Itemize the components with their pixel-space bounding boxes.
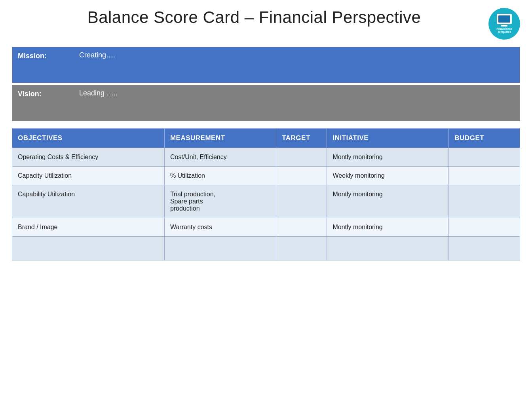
empty-cell — [449, 237, 520, 260]
scorecard-table: OBJECTIVES MEASUREMENT TARGET INITIATIVE… — [12, 128, 520, 260]
cell-initiative: Weekly monitoring — [327, 167, 449, 185]
mission-row: Mission: Creating…. — [12, 47, 520, 83]
table-row: Capability Utilization Trial production,… — [12, 185, 520, 218]
table-row: Operating Costs & Efficiency Cost/Unit, … — [12, 148, 520, 167]
logo: AllBusinessTemplates — [488, 8, 520, 40]
cell-budget — [449, 185, 520, 218]
vision-value: Leading ….. — [79, 89, 118, 97]
logo-screen-icon — [497, 14, 512, 24]
col-header-budget: BUDGET — [449, 129, 520, 148]
cell-target — [276, 148, 327, 167]
cell-target — [276, 185, 327, 218]
cell-budget — [449, 148, 520, 167]
mission-value: Creating…. — [79, 51, 115, 59]
table-row: Capacity Utilization % Utilization Weekl… — [12, 167, 520, 185]
page-header: Balance Score Card – Financial Perspecti… — [12, 8, 520, 40]
cell-initiative: Montly monitoring — [327, 148, 449, 167]
cell-measurement: Cost/Unit, Efficiency — [164, 148, 276, 167]
logo-text: AllBusinessTemplates — [496, 27, 512, 34]
col-header-objectives: OBJECTIVES — [12, 129, 165, 148]
cell-target — [276, 167, 327, 185]
cell-measurement: Trial production,Spare partsproduction — [164, 185, 276, 218]
cell-objective: Capacity Utilization — [12, 167, 165, 185]
cell-objective: Brand / Image — [12, 218, 165, 237]
vision-label: Vision: — [18, 89, 79, 98]
cell-initiative: Montly monitoring — [327, 185, 449, 218]
empty-cell — [12, 237, 165, 260]
cell-objective: Operating Costs & Efficiency — [12, 148, 165, 167]
col-header-measurement: MEASUREMENT — [164, 129, 276, 148]
cell-budget — [449, 167, 520, 185]
cell-target — [276, 218, 327, 237]
vision-section: Vision: Leading ….. — [12, 85, 520, 121]
empty-cell — [327, 237, 449, 260]
mission-section: Mission: Creating…. — [12, 47, 520, 83]
vision-row: Vision: Leading ….. — [12, 85, 520, 121]
page-title: Balance Score Card – Financial Perspecti… — [44, 8, 488, 27]
table-header-row: OBJECTIVES MEASUREMENT TARGET INITIATIVE… — [12, 129, 520, 148]
cell-initiative: Montly monitoring — [327, 218, 449, 237]
empty-cell — [164, 237, 276, 260]
mission-label: Mission: — [18, 51, 79, 60]
table-row: Brand / Image Warranty costs Montly moni… — [12, 218, 520, 237]
cell-measurement: % Utilization — [164, 167, 276, 185]
cell-budget — [449, 218, 520, 237]
table-row — [12, 237, 520, 260]
empty-cell — [276, 237, 327, 260]
col-header-target: TARGET — [276, 129, 327, 148]
cell-measurement: Warranty costs — [164, 218, 276, 237]
cell-objective: Capability Utilization — [12, 185, 165, 218]
col-header-initiative: INITIATIVE — [327, 129, 449, 148]
